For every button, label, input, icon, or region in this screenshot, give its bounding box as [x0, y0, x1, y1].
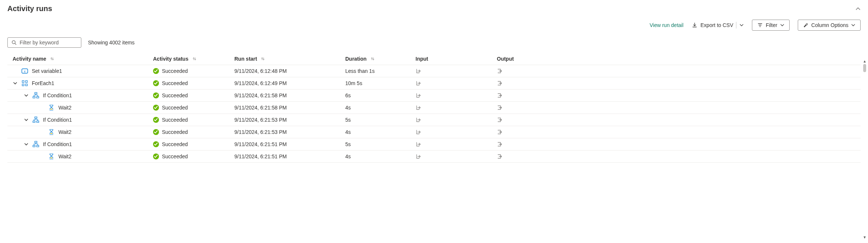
- sort-icon: [261, 57, 265, 61]
- status-label: Succeeded: [162, 153, 188, 159]
- output-cell: [497, 80, 855, 86]
- table-row[interactable]: If Condition1Succeeded9/11/2024, 6:21:51…: [7, 138, 861, 151]
- table-row[interactable]: If Condition1Succeeded9/11/2024, 6:21:58…: [7, 90, 861, 102]
- status-cell: Succeeded: [153, 68, 234, 74]
- search-input-wrap[interactable]: [7, 37, 81, 48]
- duration-cell: 5s: [345, 117, 416, 123]
- download-icon[interactable]: [692, 22, 698, 28]
- input-icon[interactable]: [416, 117, 497, 123]
- duration-cell: 4s: [345, 153, 416, 159]
- input-icon[interactable]: [416, 92, 497, 98]
- export-csv-button[interactable]: Export to CSV: [701, 22, 733, 28]
- if-condition-icon: [33, 117, 39, 123]
- run-start-cell: 9/11/2024, 6:12:49 PM: [234, 80, 345, 86]
- activity-name-cell: Wait2: [13, 129, 153, 135]
- sort-icon: [192, 57, 197, 61]
- status-cell: Succeeded: [153, 141, 234, 147]
- input-cell: [416, 141, 497, 147]
- input-cell: [416, 92, 497, 98]
- filter-icon: [757, 23, 763, 28]
- filter-button[interactable]: Filter: [752, 20, 789, 31]
- activity-name-label: If Condition1: [43, 92, 72, 98]
- success-icon: [153, 105, 159, 111]
- panel-header: Activity runs: [7, 4, 861, 13]
- table-row[interactable]: If Condition1Succeeded9/11/2024, 6:21:53…: [7, 114, 861, 126]
- output-icon[interactable]: [497, 153, 855, 159]
- col-run-start[interactable]: Run start: [234, 56, 345, 62]
- success-icon: [153, 80, 159, 86]
- expand-toggle-icon[interactable]: [24, 93, 29, 98]
- output-cell: [497, 92, 855, 98]
- expand-toggle-icon[interactable]: [24, 142, 29, 147]
- items-count-label: Showing 4002 items: [88, 40, 135, 45]
- activity-name-label: Wait2: [58, 105, 71, 111]
- activity-name-label: If Condition1: [43, 117, 72, 123]
- col-label: Activity name: [13, 56, 46, 62]
- collapse-panel-icon[interactable]: [855, 6, 861, 11]
- input-icon[interactable]: [416, 141, 497, 147]
- status-cell: Succeeded: [153, 129, 234, 135]
- toolbar: View run detail Export to CSV Filter Col…: [7, 20, 861, 31]
- col-activity-status[interactable]: Activity status: [153, 56, 234, 62]
- output-icon[interactable]: [497, 68, 855, 74]
- scrollbar[interactable]: ▲ ▼: [863, 59, 867, 167]
- col-input[interactable]: Input: [416, 56, 497, 62]
- table-row[interactable]: Wait2Succeeded9/11/2024, 6:21:53 PM4s: [7, 126, 861, 138]
- activity-name-cell: If Condition1: [13, 141, 153, 148]
- success-icon: [153, 153, 159, 159]
- input-cell: [416, 153, 497, 159]
- col-label: Input: [416, 56, 428, 62]
- col-duration[interactable]: Duration: [345, 56, 416, 62]
- input-icon[interactable]: [416, 68, 497, 74]
- duration-cell: 5s: [345, 141, 416, 147]
- col-activity-name[interactable]: Activity name: [13, 56, 153, 62]
- duration-cell: 4s: [345, 129, 416, 135]
- view-run-detail-link[interactable]: View run detail: [650, 22, 684, 28]
- activity-name-label: ForEach1: [32, 80, 54, 86]
- table-row[interactable]: ForEach1Succeeded9/11/2024, 6:12:49 PM10…: [7, 77, 861, 90]
- col-output[interactable]: Output: [497, 56, 855, 62]
- filter-label: Filter: [766, 22, 777, 28]
- column-options-button[interactable]: Column Options: [798, 20, 861, 31]
- input-icon[interactable]: [416, 80, 497, 86]
- table-row[interactable]: Wait2Succeeded9/11/2024, 6:21:58 PM4s: [7, 102, 861, 114]
- table-row[interactable]: Wait2Succeeded9/11/2024, 6:21:51 PM4s: [7, 151, 861, 163]
- if-condition-icon: [33, 92, 39, 99]
- export-dropdown-icon[interactable]: [739, 23, 744, 27]
- output-cell: [497, 117, 855, 123]
- activity-name-label: If Condition1: [43, 141, 72, 147]
- activity-name-cell: If Condition1: [13, 92, 153, 99]
- output-icon[interactable]: [497, 105, 855, 111]
- expand-toggle-icon[interactable]: [13, 81, 18, 86]
- run-start-cell: 9/11/2024, 6:21:53 PM: [234, 117, 345, 123]
- search-input[interactable]: [20, 40, 77, 45]
- filter-bar: Showing 4002 items: [7, 37, 861, 48]
- output-icon[interactable]: [497, 80, 855, 86]
- input-icon[interactable]: [416, 129, 497, 135]
- output-cell: [497, 141, 855, 147]
- input-cell: [416, 129, 497, 135]
- if-condition-icon: [33, 141, 39, 148]
- status-cell: Succeeded: [153, 92, 234, 98]
- status-label: Succeeded: [162, 117, 188, 123]
- wrench-icon: [803, 23, 808, 28]
- expand-toggle-icon[interactable]: [24, 117, 29, 122]
- status-label: Succeeded: [162, 129, 188, 135]
- table-row[interactable]: Set variable1Succeeded9/11/2024, 6:12:48…: [7, 65, 861, 77]
- output-icon[interactable]: [497, 92, 855, 98]
- scroll-thumb[interactable]: [863, 64, 866, 72]
- input-icon[interactable]: [416, 153, 497, 159]
- run-start-cell: 9/11/2024, 6:21:58 PM: [234, 92, 345, 98]
- output-icon[interactable]: [497, 117, 855, 123]
- output-icon[interactable]: [497, 129, 855, 135]
- duration-cell: Less than 1s: [345, 68, 416, 74]
- svg-point-0: [12, 41, 15, 44]
- output-icon[interactable]: [497, 141, 855, 147]
- scroll-up-icon[interactable]: ▲: [863, 59, 867, 63]
- chevron-down-icon: [780, 23, 784, 27]
- output-cell: [497, 153, 855, 159]
- run-start-cell: 9/11/2024, 6:12:48 PM: [234, 68, 345, 74]
- input-cell: [416, 117, 497, 123]
- input-icon[interactable]: [416, 105, 497, 111]
- divider: [736, 22, 736, 28]
